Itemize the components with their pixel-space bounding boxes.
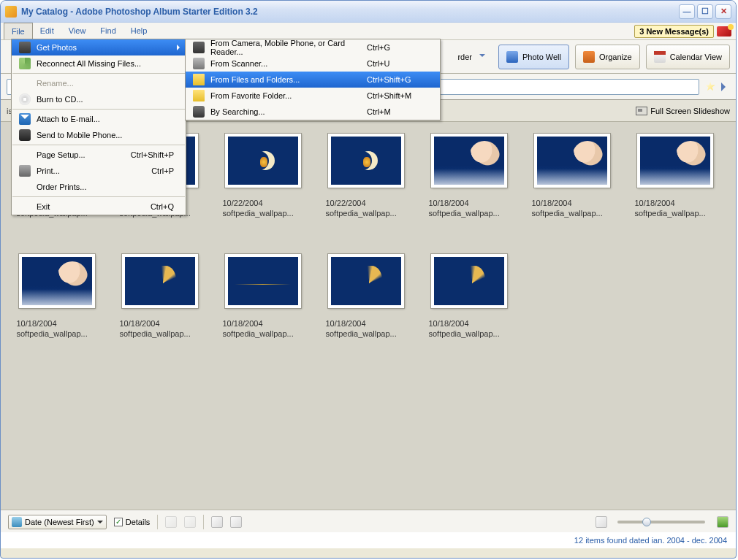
photo-thumbnail[interactable] — [637, 134, 713, 188]
menu-attach-email[interactable]: Attach to E-mail... — [12, 111, 186, 127]
minimize-button[interactable]: ― — [679, 4, 695, 19]
photo-thumbnail[interactable] — [328, 134, 404, 188]
photo-well-icon — [506, 51, 518, 63]
photo-caption: 10/18/2004softpedia_wallpap... — [429, 198, 509, 218]
calendar-view-label: Calendar View — [670, 53, 722, 61]
submenu-from-scanner[interactable]: From Scanner... Ctrl+U — [186, 55, 440, 72]
photo-date: 10/18/2004 — [429, 198, 509, 208]
photo-thumbnail[interactable] — [225, 254, 301, 308]
close-button[interactable]: ✕ — [715, 4, 731, 19]
details-label: Details — [126, 518, 151, 526]
photo-caption: 10/18/2004softpedia_wallpap... — [223, 318, 303, 339]
zoom-large-icon[interactable] — [717, 516, 729, 528]
menu-send-phone[interactable]: Send to Mobile Phone... — [12, 127, 186, 143]
submenu-from-favorite[interactable]: From Favorite Folder... Ctrl+Shift+M — [186, 88, 440, 104]
calendar-view-button[interactable]: Calendar View — [646, 45, 730, 69]
printer-icon — [19, 165, 31, 177]
menu-burn[interactable]: Burn to CD... — [12, 91, 186, 107]
order-button[interactable]: rder — [450, 45, 492, 69]
photo-cell[interactable]: 10/18/2004softpedia_wallpap... — [417, 251, 520, 372]
email-icon — [19, 113, 31, 125]
submenu-from-files[interactable]: From Files and Folders... Ctrl+Shift+G — [186, 72, 440, 88]
menu-order-prints[interactable]: Order Prints... — [12, 179, 186, 195]
menu-page-setup[interactable]: Page Setup... Ctrl+Shift+P — [12, 147, 186, 163]
get-photos-submenu: From Camera, Mobile Phone, or Card Reade… — [185, 39, 441, 120]
chevron-down-icon — [479, 54, 485, 60]
photo-cell[interactable]: 10/22/2004softpedia_wallpap... — [314, 131, 417, 251]
photo-filename: softpedia_wallpap... — [532, 208, 612, 218]
photo-date: 10/18/2004 — [120, 318, 200, 329]
sort-combo[interactable]: Date (Newest First) — [8, 515, 107, 529]
photo-caption: 10/18/2004softpedia_wallpap... — [635, 198, 715, 218]
photo-cell[interactable]: 10/18/2004softpedia_wallpap... — [623, 131, 726, 251]
menu-find[interactable]: Find — [93, 23, 123, 39]
photo-well-button[interactable]: Photo Well — [498, 45, 569, 69]
phone-icon — [19, 129, 31, 141]
menu-view[interactable]: View — [61, 23, 94, 39]
thumbnail-size-slider[interactable] — [617, 521, 705, 523]
photo-date: 10/18/2004 — [429, 318, 509, 329]
photo-cell[interactable]: 10/18/2004softpedia_wallpap... — [314, 251, 417, 372]
photo-thumbnail[interactable] — [225, 134, 301, 188]
photo-caption: 10/18/2004softpedia_wallpap... — [429, 318, 509, 339]
photo-thumbnail[interactable] — [122, 254, 198, 308]
photo-thumbnail[interactable] — [19, 254, 95, 308]
menu-reconnect[interactable]: Reconnect All Missing Files... — [12, 55, 186, 72]
menu-print[interactable]: Print... Ctrl+P — [12, 163, 186, 179]
scanner-icon — [193, 58, 205, 69]
submenu-by-searching[interactable]: By Searching... Ctrl+M — [186, 104, 440, 120]
photo-cell[interactable]: 10/18/2004softpedia_wallpap... — [417, 131, 520, 251]
menu-file[interactable]: File — [4, 23, 33, 39]
fullscreen-slideshow-button[interactable]: Full Screen Slideshow — [636, 107, 730, 115]
folder-icon — [193, 74, 205, 85]
photo-filename: softpedia_wallpap... — [429, 208, 509, 218]
file-menu: SO Get Photos Reconnect All Missing File… — [11, 39, 186, 215]
photo-thumbnail[interactable] — [431, 134, 507, 188]
status-text: 12 items found dated ian. 2004 - dec. 20… — [574, 536, 727, 545]
mail-icon[interactable] — [717, 26, 731, 37]
photo-thumbnail[interactable] — [328, 254, 404, 308]
order-label: rder — [457, 53, 472, 61]
menu-help[interactable]: Help — [123, 23, 155, 39]
photo-filename: softpedia_wallpap... — [223, 208, 303, 218]
rotate-left-button[interactable] — [165, 516, 177, 528]
photo-filename: softpedia_wallpap... — [120, 329, 200, 339]
slideshow-label: Full Screen Slideshow — [650, 107, 730, 115]
menu-exit[interactable]: Exit Ctrl+Q — [12, 199, 186, 215]
photo-cell[interactable]: 10/18/2004softpedia_wallpap... — [5, 251, 108, 372]
sort-label: Date (Newest First) — [25, 518, 94, 526]
maximize-button[interactable]: ☐ — [697, 4, 713, 19]
photo-filename: softpedia_wallpap... — [326, 329, 406, 339]
organize-label: Organize — [599, 53, 632, 61]
binoculars-icon — [193, 106, 205, 118]
photo-thumbnail[interactable] — [534, 134, 610, 188]
photo-date: 10/18/2004 — [326, 318, 406, 329]
star-icon[interactable] — [705, 82, 715, 92]
play-icon[interactable] — [721, 83, 730, 91]
organize-button[interactable]: Organize — [575, 45, 640, 69]
photo-thumbnail[interactable] — [431, 254, 507, 308]
rotate-right-button[interactable] — [184, 516, 196, 528]
window-title: My Catalog - Adobe Photoshop Album Start… — [21, 7, 258, 17]
menu-get-photos[interactable]: Get Photos — [12, 39, 186, 55]
photo-cell[interactable]: 10/18/2004softpedia_wallpap... — [108, 251, 211, 372]
details-checkbox[interactable]: ✓ Details — [114, 518, 151, 526]
checkbox-icon: ✓ — [114, 518, 123, 526]
sort-icon — [12, 517, 22, 527]
titlebar[interactable]: My Catalog - Adobe Photoshop Album Start… — [1, 1, 736, 23]
bottom-toolbar: Date (Newest First) ✓ Details — [1, 510, 736, 532]
photo-filename: softpedia_wallpap... — [326, 208, 406, 218]
status-bar: 12 items found dated ian. 2004 - dec. 20… — [1, 532, 736, 548]
new-messages-badge[interactable]: 3 New Message(s) — [634, 25, 714, 38]
zoom-small-icon[interactable] — [596, 516, 607, 528]
photo-cell[interactable]: 10/18/2004softpedia_wallpap... — [520, 131, 623, 251]
share-button[interactable] — [230, 516, 242, 528]
submenu-from-camera[interactable]: From Camera, Mobile Phone, or Card Reade… — [186, 39, 440, 55]
photo-cell[interactable]: 10/18/2004softpedia_wallpap... — [211, 251, 314, 372]
menu-edit[interactable]: Edit — [33, 23, 61, 39]
photo-date: 10/18/2004 — [635, 198, 715, 208]
photo-cell[interactable]: 10/22/2004softpedia_wallpap... — [211, 131, 314, 251]
app-icon — [5, 6, 17, 18]
photo-filename: softpedia_wallpap... — [635, 208, 715, 218]
properties-button[interactable] — [211, 516, 223, 528]
